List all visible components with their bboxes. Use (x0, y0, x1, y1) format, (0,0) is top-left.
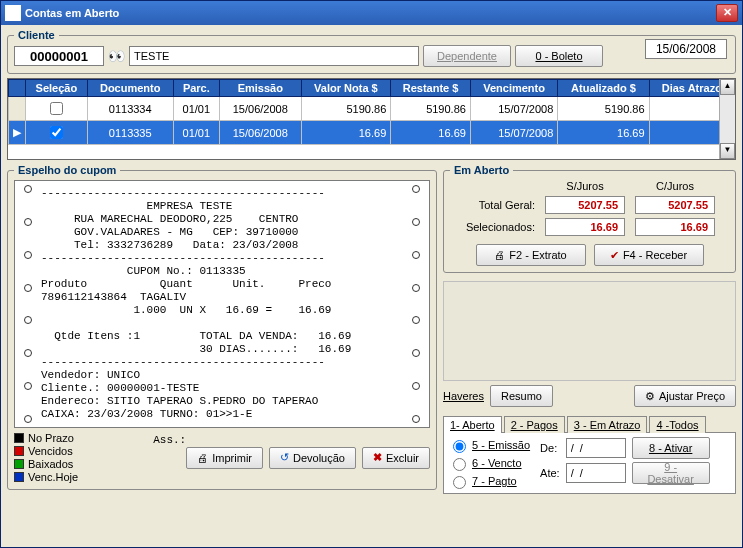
date-de-input[interactable] (566, 438, 626, 458)
grid-header[interactable]: Restante $ (391, 80, 471, 97)
filter-tab[interactable]: 2 - Pagos (504, 416, 565, 433)
scroll-up-icon[interactable]: ▲ (720, 79, 735, 95)
grid-cell: 15/06/2008 (220, 97, 301, 121)
header-cjuros: C/Juros (635, 180, 715, 192)
receber-button[interactable]: ✔ F4 - Receber (594, 244, 704, 266)
em-aberto-group: Em Aberto S/Juros C/Juros Total Geral: 5… (443, 164, 736, 273)
sel-sjuros: 16.69 (545, 218, 625, 236)
filter-tabs: 1- Aberto2 - Pagos3 - Em Atrazo4 -Todos (443, 415, 736, 433)
table-row[interactable]: 011333401/0115/06/20085190.865190.8615/0… (9, 97, 735, 121)
filter-tab[interactable]: 4 -Todos (649, 416, 705, 433)
grid-cell: 16.69 (558, 121, 649, 145)
haveres-link[interactable]: Haveres (443, 390, 484, 402)
cliente-name-input[interactable] (129, 46, 419, 66)
date-ate-input[interactable] (566, 463, 626, 483)
printer-icon: 🖨 (197, 452, 208, 464)
titlebar: Contas em Aberto ✕ (1, 1, 742, 25)
app-icon (5, 5, 21, 21)
cliente-code-input[interactable] (14, 46, 104, 66)
grid-cell: 5190.86 (391, 97, 471, 121)
table-row[interactable]: ▶011333501/0115/06/200816.6916.6915/07/2… (9, 121, 735, 145)
scroll-down-icon[interactable]: ▼ (720, 143, 735, 159)
ativar-button[interactable]: 8 - Ativar (632, 437, 710, 459)
blank-panel (443, 281, 736, 381)
imprimir-label: Imprimir (212, 452, 252, 464)
legend-swatch (14, 459, 24, 469)
grid-header[interactable]: Atualizado $ (558, 80, 649, 97)
header-sjuros: S/Juros (545, 180, 625, 192)
filter-radio[interactable]: 6 - Vencto (448, 455, 530, 471)
adjust-icon: ⚙ (645, 390, 655, 403)
desativar-button[interactable]: 9 - Desativar (632, 462, 710, 484)
grid-cell: 15/06/2008 (220, 121, 301, 145)
sprocket-right (407, 185, 425, 423)
grid-cell: 01/01 (173, 97, 219, 121)
grid-header[interactable]: Valor Nota $ (301, 80, 391, 97)
label-ate: Ate: (540, 467, 560, 479)
printer-icon: 🖨 (494, 249, 505, 261)
grid-cell: 15/07/2008 (470, 97, 557, 121)
row-select-checkbox[interactable] (50, 126, 63, 139)
close-icon[interactable]: ✕ (716, 4, 738, 22)
devolucao-label: Devolução (293, 452, 345, 464)
dependente-button[interactable]: Dependente (423, 45, 511, 67)
cliente-group: Cliente 15/06/2008 👀 Dependente 0 - Bole… (7, 29, 736, 74)
boleto-button[interactable]: 0 - Boleto (515, 45, 603, 67)
label-total-geral: Total Geral: (450, 199, 535, 211)
total-cjuros: 5207.55 (635, 196, 715, 214)
grid-cell: 01/01 (173, 121, 219, 145)
grid-header[interactable]: Parc. (173, 80, 219, 97)
legend-swatch (14, 472, 24, 482)
cupom-legend: Espelho do cupom (14, 164, 120, 176)
receipt-view: ----------------------------------------… (14, 180, 430, 428)
grid-cell: 16.69 (391, 121, 471, 145)
em-aberto-legend: Em Aberto (450, 164, 513, 176)
filter-radio[interactable]: 7 - Pagto (448, 473, 530, 489)
window-title: Contas em Aberto (25, 7, 716, 19)
extrato-button[interactable]: 🖨 F2 - Extrato (476, 244, 586, 266)
header-date: 15/06/2008 (645, 39, 727, 59)
label-selecionados: Selecionados: (450, 221, 535, 233)
legend-label: Venc.Hoje (28, 471, 78, 483)
label-de: De: (540, 442, 560, 454)
grid-header[interactable]: Vencimento (470, 80, 557, 97)
check-icon: ✔ (610, 249, 619, 262)
grid-header[interactable]: Emissão (220, 80, 301, 97)
grid-cell: 5190.86 (558, 97, 649, 121)
resumo-button[interactable]: Resumo (490, 385, 553, 407)
total-sjuros: 5207.55 (545, 196, 625, 214)
grid-scrollbar[interactable]: ▲ ▼ (719, 79, 735, 159)
grid-cell: 15/07/2008 (470, 121, 557, 145)
grid-cell: 0113334 (87, 97, 173, 121)
extrato-label: F2 - Extrato (509, 249, 566, 261)
receipt-text: ----------------------------------------… (15, 181, 429, 453)
cliente-legend: Cliente (14, 29, 59, 41)
filter-radio[interactable]: 5 - Emissão (448, 437, 530, 453)
grid-cell: 5190.86 (301, 97, 391, 121)
grid-cell: 0113335 (87, 121, 173, 145)
filter-tab[interactable]: 3 - Em Atrazo (567, 416, 648, 433)
excluir-label: Excluir (386, 452, 419, 464)
receber-label: F4 - Receber (623, 249, 687, 261)
sprocket-left (19, 185, 37, 423)
grid-header[interactable]: Seleção (26, 80, 88, 97)
ajustar-preco-button[interactable]: ⚙ Ajustar Preço (634, 385, 736, 407)
contas-grid[interactable]: SeleçãoDocumentoParc.EmissãoValor Nota $… (7, 78, 736, 160)
grid-cell: 16.69 (301, 121, 391, 145)
sel-cjuros: 16.69 (635, 218, 715, 236)
ajustar-label: Ajustar Preço (659, 390, 725, 402)
filter-tab[interactable]: 1- Aberto (443, 416, 502, 433)
grid-header[interactable]: Documento (87, 80, 173, 97)
cupom-group: Espelho do cupom -----------------------… (7, 164, 437, 490)
row-select-checkbox[interactable] (50, 102, 63, 115)
filter-radios: 5 - Emissão6 - Vencto7 - Pagto (448, 437, 530, 489)
legend-label: Baixados (28, 458, 73, 470)
binoculars-icon[interactable]: 👀 (108, 48, 125, 64)
